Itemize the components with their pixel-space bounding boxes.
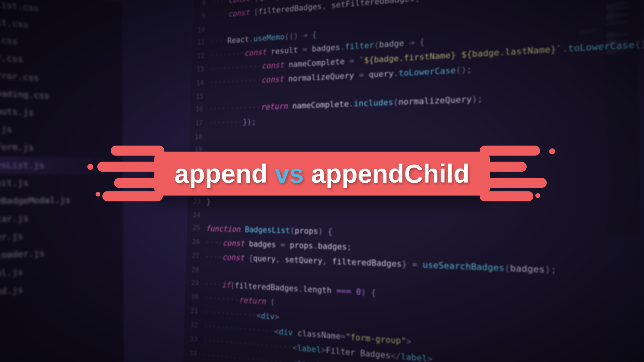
banner-word-vs: vs bbox=[275, 159, 304, 188]
line-number: 23 bbox=[187, 195, 207, 206]
line-number: 27 bbox=[186, 249, 205, 261]
code-content[interactable]: ········}); bbox=[208, 115, 256, 129]
line-number: 29 bbox=[185, 276, 205, 289]
line-number: 11 bbox=[192, 36, 211, 48]
line-number: 32 bbox=[184, 318, 204, 331]
line-number: 16 bbox=[190, 103, 209, 115]
scene-root: sList.cssnit.cssl.cssar.cssError.cssLoad… bbox=[0, 0, 644, 362]
file-item[interactable]: Init.js bbox=[0, 174, 113, 192]
line-number: 31 bbox=[184, 304, 204, 317]
title-banner: append vs appendChild bbox=[154, 152, 490, 196]
line-number: 12 bbox=[191, 49, 210, 62]
line-number: 9 bbox=[192, 9, 211, 22]
line-number: 10 bbox=[192, 23, 211, 36]
banner-word-appendchild: appendChild bbox=[311, 159, 470, 188]
banner-title: append vs appendChild bbox=[174, 159, 470, 189]
line-number: 34 bbox=[183, 347, 203, 360]
line-number: 26 bbox=[186, 236, 206, 248]
line-number: 25 bbox=[187, 222, 206, 234]
line-number: 14 bbox=[191, 76, 210, 88]
file-item[interactable]: eForm.js bbox=[0, 138, 113, 158]
line-number: 30 bbox=[185, 290, 204, 303]
file-item[interactable]: gesList.js bbox=[0, 156, 113, 174]
line-number: 13 bbox=[191, 63, 210, 75]
line-number: 28 bbox=[185, 263, 205, 276]
line-number: 33 bbox=[184, 333, 203, 346]
line-number: 24 bbox=[187, 209, 207, 221]
line-number: 18 bbox=[189, 130, 208, 142]
code-content[interactable]: } bbox=[206, 195, 211, 208]
file-explorer: sList.cssnit.cssl.cssar.cssError.cssLoad… bbox=[0, 0, 124, 362]
line-number: 15 bbox=[190, 90, 209, 102]
line-number: 17 bbox=[190, 117, 209, 128]
banner-word-append: append bbox=[174, 159, 267, 188]
line-number: 8 bbox=[193, 0, 212, 9]
